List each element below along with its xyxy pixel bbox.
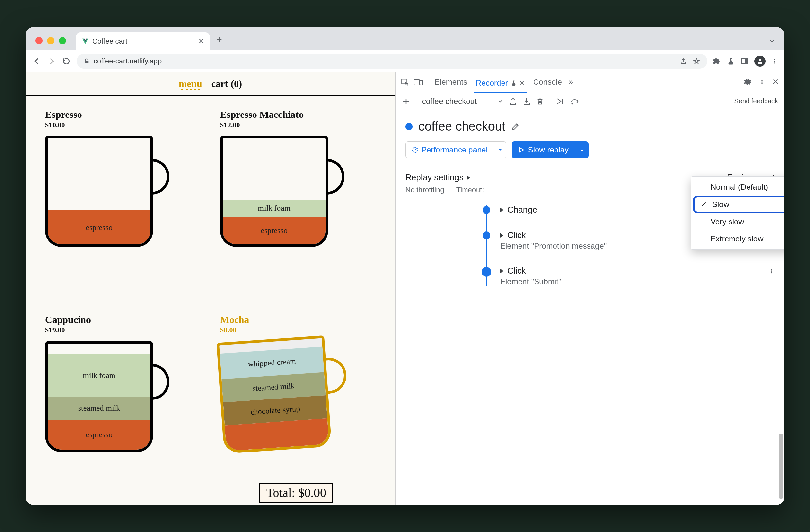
recording-title: coffee checkout bbox=[418, 119, 505, 133]
share-icon[interactable] bbox=[680, 58, 687, 65]
lock-icon bbox=[84, 58, 90, 64]
labs-icon[interactable] bbox=[727, 57, 735, 65]
svg-point-11 bbox=[761, 83, 763, 84]
cup-espresso[interactable]: espresso bbox=[45, 136, 169, 247]
new-recording-icon[interactable] bbox=[402, 97, 410, 106]
export-icon[interactable] bbox=[509, 97, 517, 106]
product-price: $8.00 bbox=[220, 326, 375, 334]
content-split: menu cart (0) Espresso $10.00 espresso bbox=[26, 72, 784, 505]
chevron-right-icon bbox=[500, 208, 503, 212]
url-text: coffee-cart.netlify.app bbox=[94, 57, 162, 65]
layer-espresso: espresso bbox=[223, 217, 325, 244]
profile-avatar[interactable] bbox=[755, 55, 765, 67]
cup-mocha[interactable]: whipped cream steamed milk chocolate syr… bbox=[220, 339, 344, 450]
scrollbar-thumb[interactable] bbox=[779, 434, 783, 499]
page-nav: menu cart (0) bbox=[26, 72, 395, 95]
tabs-dropdown-icon[interactable] bbox=[768, 37, 779, 50]
check-icon: ✓ bbox=[700, 200, 708, 209]
replay-speed-menu: Normal (Default) ✓ Slow Very slow Extrem… bbox=[691, 176, 784, 249]
cup-macchiato[interactable]: milk foam espresso bbox=[220, 136, 344, 247]
reload-button[interactable] bbox=[62, 57, 71, 65]
svg-point-22 bbox=[771, 272, 772, 273]
browser-tab[interactable]: Coffee cart ✕ bbox=[76, 32, 210, 50]
product-mocha: Mocha $8.00 whipped cream steamed milk c… bbox=[220, 314, 375, 505]
tab-elements[interactable]: Elements bbox=[433, 76, 469, 88]
timeline-step[interactable]: Click Element "Submit" bbox=[481, 266, 775, 286]
nav-menu-link[interactable]: menu bbox=[179, 78, 202, 90]
minimize-window-dot[interactable] bbox=[47, 37, 54, 44]
replay-option-normal[interactable]: Normal (Default) bbox=[691, 179, 784, 196]
close-panel-icon[interactable]: ✕ bbox=[519, 79, 525, 87]
tab-title: Coffee cart bbox=[92, 37, 127, 46]
svg-point-21 bbox=[771, 270, 772, 272]
delete-icon[interactable] bbox=[536, 97, 544, 106]
back-button[interactable] bbox=[32, 57, 41, 66]
step-icon[interactable] bbox=[571, 98, 580, 105]
devtools-panel: Elements Recorder ✕ Console » ✕ coffe bbox=[395, 72, 784, 505]
layer-espresso: espresso bbox=[48, 210, 150, 244]
replay-settings-header[interactable]: Replay settings bbox=[405, 173, 584, 182]
forward-button[interactable] bbox=[47, 57, 56, 66]
side-panel-icon[interactable] bbox=[741, 57, 748, 65]
recorder-toolbar: coffee checkout Send feedback bbox=[395, 92, 784, 111]
settings-icon[interactable] bbox=[743, 78, 752, 86]
device-toggle-icon[interactable] bbox=[414, 78, 423, 86]
replay-button[interactable]: Slow replay bbox=[512, 141, 575, 158]
devtools-menu-icon[interactable] bbox=[759, 78, 765, 86]
step-dot bbox=[483, 231, 490, 239]
replay-speed-dropdown[interactable] bbox=[575, 141, 588, 158]
browser-toolbar: coffee-cart.netlify.app bbox=[26, 50, 784, 72]
svg-point-20 bbox=[771, 269, 772, 270]
chevron-right-icon bbox=[467, 175, 470, 180]
app-page: menu cart (0) Espresso $10.00 espresso bbox=[26, 72, 395, 505]
continue-icon[interactable] bbox=[556, 97, 565, 106]
recording-title-row: coffee checkout bbox=[405, 119, 775, 133]
cup-body: whipped cream steamed milk chocolate syr… bbox=[216, 335, 332, 454]
import-icon[interactable] bbox=[523, 97, 531, 106]
nav-cart-link[interactable]: cart (0) bbox=[211, 78, 242, 90]
tab-strip: Coffee cart ✕ ＋ bbox=[26, 27, 784, 50]
performance-panel-dropdown[interactable] bbox=[494, 141, 506, 158]
product-grid: Espresso $10.00 espresso Espresso Macchi… bbox=[26, 96, 395, 505]
product-espresso: Espresso $10.00 espresso bbox=[45, 109, 200, 300]
cart-total[interactable]: Total: $0.00 bbox=[259, 483, 333, 503]
product-cappucino: Cappucino $19.00 milk foam steamed milk … bbox=[45, 314, 200, 505]
step-menu-icon[interactable] bbox=[769, 267, 775, 275]
inspect-icon[interactable] bbox=[401, 78, 409, 86]
replay-option-very-slow[interactable]: Very slow bbox=[691, 213, 784, 230]
svg-point-12 bbox=[571, 103, 573, 104]
performance-panel-button[interactable]: Performance panel bbox=[405, 141, 494, 158]
cup-cappucino[interactable]: milk foam steamed milk espresso bbox=[45, 341, 169, 452]
layer-milk-foam: milk foam bbox=[48, 354, 150, 397]
cup-body: espresso bbox=[45, 136, 153, 247]
labs-icon bbox=[511, 80, 517, 86]
replay-option-slow[interactable]: ✓ Slow bbox=[693, 196, 784, 213]
product-name: Espresso bbox=[45, 109, 200, 120]
svg-rect-7 bbox=[414, 79, 419, 85]
step-dot bbox=[482, 267, 491, 277]
recording-selector[interactable]: coffee checkout bbox=[422, 97, 477, 106]
close-window-dot[interactable] bbox=[35, 37, 43, 44]
close-tab-icon[interactable]: ✕ bbox=[198, 37, 204, 46]
url-bar[interactable]: coffee-cart.netlify.app bbox=[77, 54, 707, 69]
more-tabs-icon[interactable]: » bbox=[569, 77, 573, 87]
svg-point-2 bbox=[759, 59, 761, 61]
svg-rect-1 bbox=[745, 59, 747, 64]
maximize-window-dot[interactable] bbox=[59, 37, 66, 44]
browser-menu-icon[interactable] bbox=[772, 58, 778, 64]
new-tab-button[interactable]: ＋ bbox=[215, 33, 224, 50]
send-feedback-link[interactable]: Send feedback bbox=[734, 97, 778, 105]
edit-title-icon[interactable] bbox=[511, 123, 519, 131]
layer-espresso: espresso bbox=[48, 420, 150, 450]
replay-option-extremely-slow[interactable]: Extremely slow bbox=[691, 230, 784, 247]
layer-milk-foam: milk foam bbox=[223, 200, 325, 217]
tab-console[interactable]: Console bbox=[531, 76, 564, 88]
close-devtools-icon[interactable]: ✕ bbox=[772, 77, 779, 87]
product-name: Espresso Macchiato bbox=[220, 109, 375, 120]
extensions-icon[interactable] bbox=[713, 57, 721, 65]
tab-recorder[interactable]: Recorder ✕ bbox=[474, 77, 527, 93]
bookmark-icon[interactable] bbox=[693, 58, 700, 65]
recording-dropdown-icon[interactable] bbox=[497, 98, 503, 104]
recorder-body: coffee checkout Performance panel Slow r… bbox=[395, 111, 784, 505]
step-dot bbox=[483, 206, 490, 214]
